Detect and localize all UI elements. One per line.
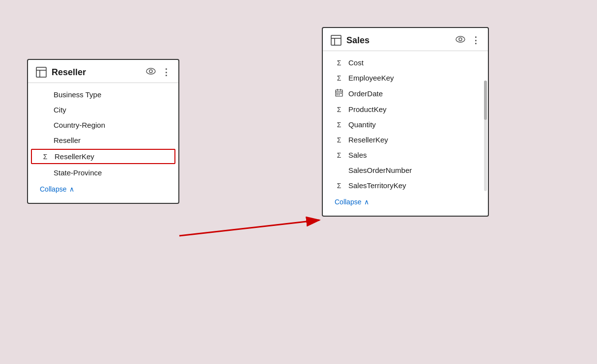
field-label: ResellerKey [348, 136, 388, 144]
svg-point-10 [456, 36, 465, 42]
svg-rect-17 [339, 93, 340, 94]
sigma-icon: Σ [335, 136, 343, 144]
svg-point-5 [146, 68, 155, 74]
sales-panel: Sales ⋮ Σ Cost Σ EmployeeKey [322, 27, 489, 217]
field-label: Business Type [54, 90, 101, 99]
sales-more-icon[interactable]: ⋮ [471, 35, 480, 46]
sales-collapse-button[interactable]: Collapse ∧ [323, 193, 488, 211]
list-item[interactable]: Σ EmployeeKey [323, 70, 488, 85]
reseller-key-item[interactable]: Σ ResellerKey [31, 149, 175, 164]
sales-panel-icons: ⋮ [455, 35, 480, 46]
field-label: OrderDate [348, 89, 383, 98]
list-item[interactable]: Σ ProductKey [323, 102, 488, 117]
list-item[interactable]: State-Province [28, 165, 178, 180]
list-item[interactable]: Country-Region [28, 117, 178, 133]
field-label: Reseller [54, 136, 81, 144]
field-label: ResellerKey [55, 152, 94, 161]
svg-rect-18 [341, 93, 341, 94]
field-label: City [54, 106, 66, 114]
svg-rect-20 [339, 94, 340, 95]
calendar-icon [335, 89, 343, 98]
sales-resellerkey-item[interactable]: Σ ResellerKey [323, 132, 488, 147]
scrollbar-thumb[interactable] [484, 81, 487, 120]
svg-rect-16 [337, 93, 338, 94]
field-label: Sales [348, 151, 367, 159]
chevron-up-icon: ∧ [69, 185, 74, 193]
field-label: ProductKey [348, 105, 387, 113]
sigma-icon: Σ [335, 182, 343, 190]
collapse-label: Collapse [335, 198, 361, 206]
list-item[interactable]: SalesOrderNumber [323, 163, 488, 178]
field-label: Country-Region [54, 121, 105, 129]
field-label: Quantity [348, 120, 376, 129]
reseller-panel-body: Business Type City Country-Region Resell… [28, 83, 178, 203]
sigma-icon: Σ [335, 59, 343, 67]
svg-point-11 [459, 38, 462, 41]
svg-rect-2 [36, 67, 46, 77]
sales-panel-title: Sales [346, 35, 451, 46]
list-item[interactable]: City [28, 102, 178, 117]
list-item[interactable]: Reseller [28, 133, 178, 148]
collapse-label: Collapse [40, 185, 66, 193]
field-label: State-Province [54, 168, 102, 177]
reseller-panel-header: Reseller ⋮ [28, 60, 178, 83]
field-label: Cost [348, 58, 364, 67]
chevron-up-icon: ∧ [364, 198, 369, 206]
reseller-panel: Reseller ⋮ Business Type City Country-Re… [27, 59, 179, 204]
list-item[interactable]: Σ Cost [323, 55, 488, 70]
svg-point-6 [149, 70, 152, 73]
table-icon [36, 67, 47, 78]
table-icon [331, 35, 341, 46]
scrollbar-track[interactable] [484, 81, 487, 191]
svg-rect-19 [337, 94, 338, 95]
sales-panel-header: Sales ⋮ [323, 28, 488, 51]
field-label: EmployeeKey [348, 74, 394, 82]
list-item[interactable]: Σ Sales [323, 147, 488, 163]
quantity-item[interactable]: Σ Quantity [323, 117, 488, 132]
reseller-panel-title: Reseller [52, 67, 141, 78]
sales-eye-icon[interactable] [455, 36, 465, 45]
field-label: SalesOrderNumber [348, 166, 412, 174]
reseller-panel-icons: ⋮ [146, 67, 171, 78]
sales-panel-body: Σ Cost Σ EmployeeKey [323, 51, 488, 216]
list-item[interactable]: Business Type [28, 87, 178, 102]
list-item[interactable]: Σ SalesTerritoryKey [323, 178, 488, 193]
sigma-icon: Σ [335, 151, 343, 159]
reseller-eye-icon[interactable] [146, 68, 156, 77]
sigma-icon: Σ [335, 74, 343, 82]
svg-rect-7 [331, 35, 341, 45]
reseller-collapse-button[interactable]: Collapse ∧ [28, 180, 178, 198]
list-item[interactable]: OrderDate [323, 85, 488, 102]
field-label: SalesTerritoryKey [348, 181, 406, 190]
sigma-icon: Σ [335, 121, 343, 129]
svg-line-1 [179, 220, 319, 236]
sigma-icon: Σ [41, 153, 50, 161]
sigma-icon: Σ [335, 106, 343, 113]
reseller-more-icon[interactable]: ⋮ [162, 67, 171, 78]
